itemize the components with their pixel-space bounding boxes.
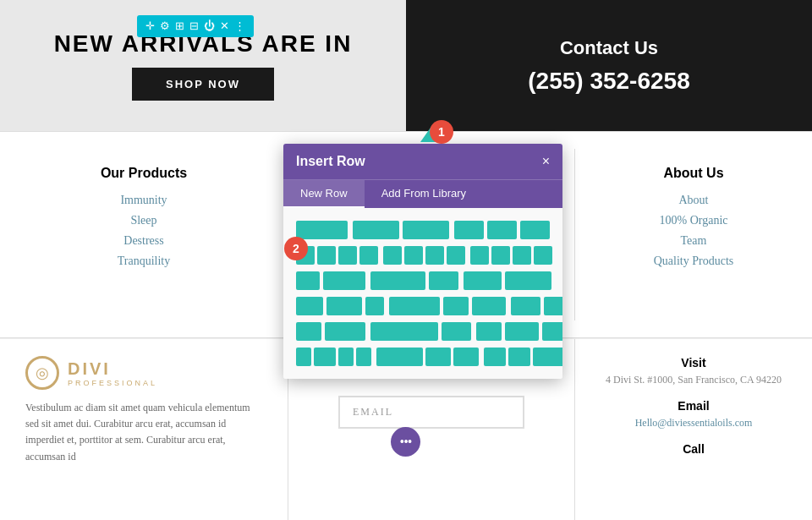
grid-icon[interactable]: ⊟ [189, 19, 199, 33]
dialog-content [283, 208, 562, 379]
about-column: About Us About 100% Organic Team Quality… [575, 149, 812, 320]
layout-row6-a[interactable] [296, 348, 371, 366]
about-title: About Us [663, 166, 723, 181]
layout-row5-c[interactable] [476, 322, 562, 341]
layout-mix-b[interactable] [370, 271, 458, 290]
dialog-title: Insert Row [296, 154, 365, 169]
link-immunity[interactable]: Immunity [120, 194, 167, 207]
layout-row4-c[interactable] [511, 297, 562, 315]
layout-grid [296, 221, 550, 366]
duplicate-icon[interactable]: ⊞ [175, 19, 184, 33]
layout-4col-c[interactable] [470, 246, 552, 265]
products-links: Immunity Sleep Destress Tranquility [118, 194, 171, 268]
shop-now-button[interactable]: SHOP NOW [132, 68, 274, 101]
email-input[interactable]: EMAIL [338, 396, 524, 429]
contact-phone: (255) 352-6258 [528, 68, 689, 95]
layout-row4-a[interactable] [296, 297, 384, 315]
settings-icon[interactable]: ⚙ [160, 19, 170, 33]
email-title: Email [601, 399, 787, 413]
tab-add-from-library[interactable]: Add From Library [365, 180, 483, 208]
layout-row-5[interactable] [296, 322, 550, 341]
divi-logo: ◎ DIVI PROFESSIONAL [25, 356, 262, 390]
layout-mix-a[interactable] [296, 271, 365, 290]
badge-one: 1 [430, 120, 453, 144]
layout-row-1[interactable] [296, 221, 550, 239]
link-destress[interactable]: Destress [123, 234, 163, 248]
layout-row4-b[interactable] [389, 297, 506, 315]
insert-row-dialog: Insert Row × New Row Add From Library [283, 144, 562, 379]
divi-body: Vestibulum ac diam sit amet quam vehicul… [25, 400, 262, 465]
products-title: Our Products [101, 166, 187, 181]
dialog-tabs: New Row Add From Library [283, 179, 562, 208]
link-team[interactable]: Team [681, 234, 707, 248]
visibility-icon[interactable]: ⏻ [204, 19, 215, 33]
products-column: Our Products Immunity Sleep Destress Tra… [0, 149, 288, 320]
toolbar[interactable]: ✛ ⚙ ⊞ ⊟ ⏻ ✕ ⋮ [137, 15, 254, 37]
email-link[interactable]: Hello@diviessentialoils.com [635, 417, 753, 429]
three-dots-button[interactable]: ••• [391, 427, 420, 457]
layout-row6-b[interactable] [376, 348, 479, 366]
dialog-close-button[interactable]: × [542, 154, 550, 169]
more-icon[interactable]: ⋮ [234, 19, 245, 33]
delete-icon[interactable]: ✕ [220, 19, 229, 33]
layout-4col-a[interactable] [296, 246, 378, 265]
visit-address: 4 Divi St. #1000, San Francisco, CA 9422… [601, 374, 787, 386]
divi-circle-icon: ◎ [25, 356, 59, 390]
move-icon[interactable]: ✛ [145, 19, 155, 33]
badge-two: 2 [284, 237, 308, 260]
link-organic[interactable]: 100% Organic [660, 214, 728, 227]
about-links: About 100% Organic Team Quality Products [654, 194, 734, 268]
banner-right: Contact Us (255) 352-6258 [406, 0, 812, 131]
divi-name: DIVI [68, 359, 157, 379]
link-quality[interactable]: Quality Products [654, 255, 734, 268]
layout-row6-c[interactable] [484, 348, 562, 366]
divi-section: ◎ DIVI PROFESSIONAL Vestibulum ac diam s… [0, 339, 288, 520]
call-title: Call [601, 442, 787, 456]
layout-4col-b[interactable] [383, 246, 465, 265]
link-tranquility[interactable]: Tranquility [118, 255, 171, 268]
layout-row-4[interactable] [296, 297, 550, 315]
layout-2col[interactable] [353, 221, 449, 239]
banner-left: ✛ ⚙ ⊞ ⊟ ⏻ ✕ ⋮ NEW ARRIVALS ARE IN SHOP N… [0, 0, 406, 131]
layout-mix-c[interactable] [464, 271, 551, 290]
link-sleep[interactable]: Sleep [130, 214, 156, 227]
dialog-header: Insert Row × [283, 144, 562, 179]
visit-title: Visit [601, 356, 787, 369]
layout-row-6[interactable] [296, 348, 550, 366]
link-about[interactable]: About [679, 194, 709, 207]
layout-1col[interactable] [296, 221, 348, 239]
three-dots-icon: ••• [400, 435, 412, 450]
layout-row-3[interactable] [296, 271, 550, 290]
divi-sub: PROFESSIONAL [68, 379, 157, 387]
layout-row-2[interactable] [296, 246, 550, 265]
layout-3col[interactable] [454, 221, 550, 239]
layout-row5-b[interactable] [370, 322, 471, 341]
contact-title: Contact Us [560, 37, 658, 59]
tab-new-row[interactable]: New Row [283, 180, 365, 208]
contact-details-section: Visit 4 Divi St. #1000, San Francisco, C… [575, 339, 812, 520]
layout-row5-a[interactable] [296, 322, 365, 341]
